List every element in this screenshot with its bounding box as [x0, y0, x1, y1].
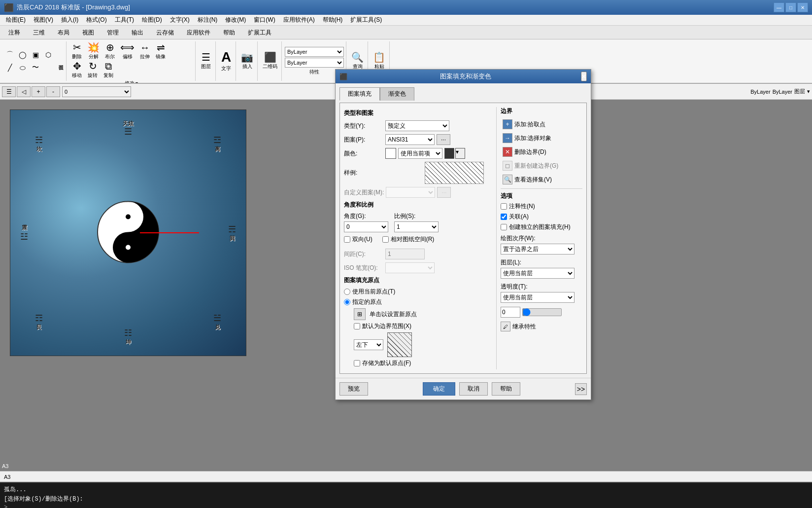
color-swatch-dark[interactable] — [444, 148, 454, 159]
annotative-checkbox[interactable]: 注释性(N) — [501, 202, 582, 211]
draw-order-section: 绘图次序(W): 置于边界之后 — [501, 234, 582, 256]
transparency-number[interactable] — [501, 307, 520, 318]
dialog-close-button[interactable]: × — [581, 72, 587, 81]
add-select-button[interactable]: → 添加:选择对象 — [501, 132, 582, 144]
double-label: 双向(U) — [352, 235, 372, 244]
transparency-slider[interactable] — [522, 308, 562, 316]
expand-button[interactable]: >> — [575, 383, 587, 395]
click-set-label: 单击以设置新原点 — [370, 310, 417, 319]
double-input[interactable] — [344, 236, 350, 243]
spacing-row: 间距(C): — [344, 249, 492, 259]
associative-input[interactable] — [501, 214, 507, 220]
origin-current-label: 使用当前原点(T) — [352, 288, 395, 296]
view-select-label: 查看选择集(V) — [514, 176, 552, 184]
relative-checkbox[interactable]: 相对图纸空间(R) — [382, 235, 435, 244]
inherit-label: 继承特性 — [512, 323, 536, 331]
dialog-left-panel: 类型和图案 类型(Y): 预定义 图案(P): ANSI31 ··· — [344, 107, 492, 369]
angle-label: 角度(G): — [344, 212, 388, 220]
add-select-icon: → — [503, 133, 512, 143]
pattern-row: 图案(P): ANSI31 ··· — [344, 134, 492, 145]
associative-label: 关联(A) — [509, 213, 529, 221]
view-selection-button[interactable]: 🔍 查看选择集(V) — [501, 174, 582, 185]
tab-gradient[interactable]: 渐变色 — [380, 87, 414, 101]
default-boundary-label: 默认为边界范围(X) — [362, 322, 411, 330]
dialog-title-icon: ⬛ — [339, 73, 347, 80]
origin-specified-radio[interactable]: 指定的原点 — [344, 298, 492, 306]
independent-input[interactable] — [501, 224, 507, 230]
sample-preview — [425, 162, 484, 184]
hatch-dialog: ⬛ 图案填充和渐变色 × 图案填充 渐变色 类型和图案 类型(Y): — [335, 69, 591, 400]
boundary-position-select[interactable]: 左下 — [354, 339, 383, 350]
hatch-preview — [425, 162, 483, 183]
independent-checkbox[interactable]: 创建独立的图案填充(H) — [501, 223, 582, 231]
relative-input[interactable] — [382, 236, 389, 243]
transparency-section: 透明度(T): 使用当前层 — [501, 283, 582, 318]
relative-label: 相对图纸空间(R) — [391, 235, 435, 244]
annotative-input[interactable] — [501, 203, 507, 210]
recreate-label: 重新创建边界(G) — [514, 162, 558, 170]
store-origin-input[interactable] — [354, 360, 360, 366]
footer-buttons: 确定 取消 帮助 — [423, 382, 520, 396]
store-origin-checkbox[interactable]: 存储为默认原点(F) — [354, 359, 492, 367]
hatch-origin-icon — [387, 332, 412, 357]
ok-button[interactable]: 确定 — [423, 382, 455, 396]
dialog-content: 类型和图案 类型(Y): 预定义 图案(P): ANSI31 ··· — [339, 103, 587, 374]
layer-r-select[interactable]: 使用当前层 — [501, 268, 575, 279]
associative-checkbox[interactable]: 关联(A) — [501, 213, 582, 221]
angle-select[interactable]: 0 — [344, 221, 388, 232]
remove-boundary-label: 删除边界(D) — [514, 148, 546, 156]
custom-pattern-browse-button: ··· — [437, 187, 451, 198]
inherit-properties-button[interactable]: 🖊 继承特性 — [501, 322, 582, 331]
tab-hatch-fill[interactable]: 图案填充 — [339, 87, 380, 101]
remove-boundary-button[interactable]: ✕ 删除边界(D) — [501, 146, 582, 158]
recreate-boundary-button: ◻ 重新创建边界(G) — [501, 160, 582, 172]
origin-current-radio[interactable]: 使用当前原点(T) — [344, 288, 492, 296]
transparency-select[interactable]: 使用当前层 — [501, 292, 575, 303]
default-boundary-input[interactable] — [354, 323, 360, 329]
color-preview — [385, 148, 396, 159]
click-set-origin-row[interactable]: ⊞ 单击以设置新原点 — [354, 308, 492, 320]
pattern-label: 图案(P): — [344, 136, 383, 144]
preview-button[interactable]: 预览 — [339, 382, 368, 396]
recreate-icon: ◻ — [503, 161, 512, 171]
color-select[interactable]: 使用当前项 — [398, 148, 442, 159]
remove-boundary-icon: ✕ — [503, 147, 512, 157]
section-origin: 图案填充原点 — [344, 276, 492, 285]
color-label: 颜色: — [344, 149, 383, 158]
origin-specified-input[interactable] — [344, 299, 350, 305]
dialog-right-panel: 边界 + 添加:拾取点 → 添加:选择对象 ✕ 删除边界(D) ◻ — [496, 107, 582, 369]
scale-select[interactable]: 1 — [394, 221, 439, 232]
default-boundary-checkbox[interactable]: 默认为边界范围(X) — [354, 322, 492, 330]
section-angle-scale: 角度和比例 — [344, 201, 492, 209]
type-select[interactable]: 预定义 — [385, 120, 449, 131]
set-origin-icon[interactable]: ⊞ — [354, 308, 366, 320]
add-pick-icon: + — [503, 119, 512, 129]
spacing-label: 间距(C): — [344, 250, 383, 258]
add-pick-button[interactable]: + 添加:拾取点 — [501, 118, 582, 130]
double-relative-row: 双向(U) 相对图纸空间(R) — [344, 235, 492, 246]
cancel-button[interactable]: 取消 — [459, 382, 488, 396]
section-type-pattern: 类型和图案 — [344, 109, 492, 117]
dialog-title-bar[interactable]: ⬛ 图案填充和渐变色 × — [336, 70, 591, 83]
origin-specified-label: 指定的原点 — [352, 298, 382, 306]
double-checkbox[interactable]: 双向(U) — [344, 235, 372, 244]
pattern-browse-button[interactable]: ··· — [437, 134, 450, 145]
annotative-label: 注释性(N) — [509, 202, 535, 211]
draw-order-label: 绘图次序(W): — [501, 234, 582, 243]
inherit-icon: 🖊 — [501, 322, 510, 331]
origin-current-input[interactable] — [344, 289, 350, 295]
help-button[interactable]: 帮助 — [492, 382, 520, 396]
pattern-select[interactable]: ANSI31 — [385, 134, 435, 145]
layer-section: 图层(L): 使用当前层 — [501, 258, 582, 281]
separator-1 — [501, 188, 582, 189]
dialog-title-text: 图案填充和渐变色 — [440, 72, 491, 81]
sample-row: 样例: — [344, 162, 492, 184]
independent-label: 创建独立的图案填充(H) — [509, 223, 571, 231]
transparency-label: 透明度(T): — [501, 283, 582, 291]
color-swatch-light[interactable]: ▾ — [455, 148, 465, 159]
angle-scale-row: 角度(G): 0 比例(S): 1 — [344, 212, 492, 232]
draw-order-select[interactable]: 置于边界之后 — [501, 244, 575, 254]
dialog-body: 图案填充 渐变色 类型和图案 类型(Y): 预定义 图案(P) — [336, 83, 591, 378]
scale-label: 比例(S): — [394, 212, 439, 220]
spacing-input — [385, 249, 425, 259]
